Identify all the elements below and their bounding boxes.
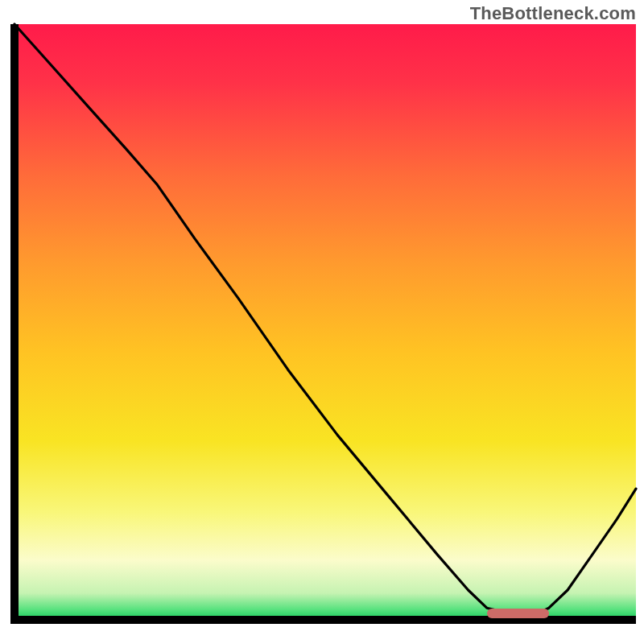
optimal-range-marker (487, 609, 549, 618)
chart-container: TheBottleneck.com (0, 0, 644, 644)
bottleneck-chart (0, 0, 644, 644)
plot-background (14, 24, 636, 620)
